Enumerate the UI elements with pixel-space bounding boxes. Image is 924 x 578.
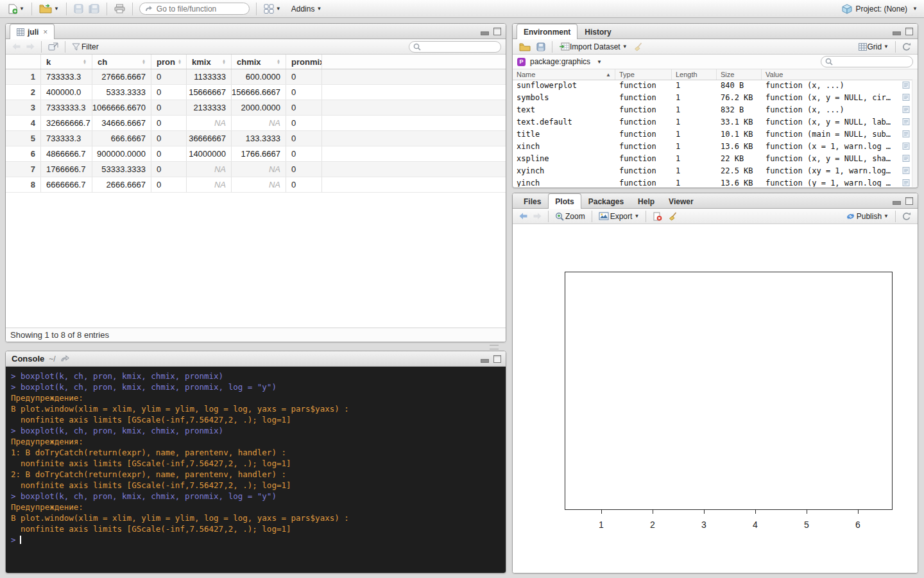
tab[interactable]: Packages bbox=[581, 194, 631, 208]
column-header-kmix[interactable]: kmix▲▼ bbox=[187, 55, 232, 69]
open-file-button[interactable]: ▼ bbox=[37, 2, 61, 16]
cell-pron: 0 bbox=[151, 146, 187, 161]
environment-object-row[interactable]: yinch function 1 13.6 KB function (y = 1… bbox=[513, 177, 912, 187]
refresh-plot-button[interactable] bbox=[900, 209, 913, 223]
env-header-size[interactable]: Size bbox=[717, 69, 762, 80]
save-all-button[interactable] bbox=[87, 2, 101, 16]
tab[interactable]: Plots bbox=[548, 193, 581, 209]
toolbar-separator bbox=[65, 41, 65, 53]
environment-object-row[interactable]: xyinch function 1 22.5 KB function (xy =… bbox=[513, 164, 912, 177]
table-row[interactable]: 8 6666666.7 2666.6667 0 NA NA 0 bbox=[6, 177, 506, 193]
maximize-icon[interactable] bbox=[905, 28, 913, 35]
console-line: > boxplot(k, ch, pron, kmix, chmix, pron… bbox=[11, 425, 506, 436]
forward-arrow-icon bbox=[26, 43, 35, 50]
workspace-panes-button[interactable]: ▼ bbox=[262, 2, 283, 16]
table-row[interactable]: 6 4866666.7 900000.0000 0 14000000 1766.… bbox=[6, 146, 506, 162]
env-header-type[interactable]: Type bbox=[615, 69, 672, 80]
minimize-icon[interactable] bbox=[893, 31, 901, 35]
environment-object-row[interactable]: text function 1 832 B function (x, ...) bbox=[513, 103, 912, 116]
console-prompt-line[interactable]: > bbox=[11, 534, 506, 545]
column-header-ch[interactable]: ch▲▼ bbox=[92, 55, 151, 69]
table-row[interactable]: 4 32666666.7 34666.6667 0 NA NA 0 bbox=[6, 116, 506, 131]
new-file-icon bbox=[8, 4, 17, 14]
addins-button[interactable]: Addins ▼ bbox=[288, 2, 324, 16]
minimize-icon[interactable] bbox=[481, 359, 489, 363]
maximize-icon[interactable] bbox=[493, 28, 501, 35]
project-selector[interactable]: Project: (None) ▼ bbox=[842, 4, 918, 14]
column-header-chmix[interactable]: chmix▲▼ bbox=[232, 55, 286, 69]
import-dataset-icon bbox=[559, 42, 570, 51]
print-button[interactable] bbox=[112, 2, 127, 16]
clear-plots-button[interactable] bbox=[666, 209, 680, 223]
forward-button[interactable] bbox=[24, 40, 37, 54]
back-button[interactable] bbox=[10, 40, 22, 54]
package-selector[interactable]: package:graphics bbox=[530, 57, 590, 66]
open-in-new-window-button[interactable] bbox=[46, 40, 60, 54]
save-button[interactable] bbox=[72, 2, 85, 16]
env-header-value[interactable]: Value bbox=[762, 69, 918, 80]
clear-workspace-button[interactable] bbox=[631, 40, 645, 54]
env-header-name[interactable]: Name▲ bbox=[513, 69, 615, 80]
tab-juli[interactable]: juli × bbox=[10, 24, 55, 39]
goto-file-input[interactable] bbox=[139, 3, 250, 15]
view-function-icon[interactable] bbox=[898, 105, 912, 114]
view-function-icon[interactable] bbox=[898, 142, 912, 150]
publish-button[interactable]: Publish ▼ bbox=[844, 209, 891, 223]
console-output[interactable]: > boxplot(k, ch, pron, kmix, chmix, pron… bbox=[6, 367, 506, 573]
table-row[interactable]: 2 400000.0 5333.3333 0 15666667 156666.6… bbox=[6, 85, 506, 100]
environment-object-row[interactable]: symbols function 1 76.2 KB function (x, … bbox=[513, 91, 912, 103]
pane-resize-handle[interactable] bbox=[490, 345, 499, 349]
scrollbar-track[interactable] bbox=[912, 79, 918, 187]
env-header-length[interactable]: Length bbox=[672, 69, 717, 80]
environment-object-row[interactable]: text.default function 1 33.1 KB function… bbox=[513, 116, 912, 128]
table-row[interactable]: 5 733333.3 666.6667 0 36666667 133.3333 … bbox=[6, 131, 506, 146]
tab[interactable]: Help bbox=[631, 194, 662, 208]
tab[interactable]: History bbox=[578, 24, 618, 39]
tab[interactable]: Files bbox=[517, 194, 548, 208]
tab[interactable]: Viewer bbox=[662, 194, 700, 208]
table-row[interactable]: 7 1766666.7 53333.3333 0 NA NA 0 bbox=[6, 162, 506, 177]
close-icon[interactable]: × bbox=[43, 26, 47, 39]
environment-search-input[interactable] bbox=[821, 56, 913, 67]
table-row[interactable]: 1 733333.3 27666.6667 0 1133333 600.0000… bbox=[6, 69, 506, 85]
object-value: function (x, ...) bbox=[762, 81, 898, 90]
filter-button[interactable]: Filter bbox=[70, 40, 101, 54]
remove-plot-button[interactable] bbox=[651, 209, 664, 223]
view-function-icon[interactable] bbox=[898, 118, 912, 126]
environment-object-row[interactable]: xspline function 1 22 KB function (x, y … bbox=[513, 152, 912, 164]
tab[interactable]: Environment bbox=[517, 24, 578, 39]
save-workspace-button[interactable] bbox=[535, 40, 547, 54]
view-function-icon[interactable] bbox=[898, 81, 912, 89]
new-file-button[interactable]: ▼ bbox=[6, 2, 26, 16]
minimize-icon[interactable] bbox=[893, 201, 901, 205]
maximize-icon[interactable] bbox=[493, 355, 501, 363]
view-function-icon[interactable] bbox=[898, 179, 912, 187]
environment-object-row[interactable]: xinch function 1 13.6 KB function (x = 1… bbox=[513, 140, 912, 152]
column-header-pron[interactable]: pron▲▼ bbox=[151, 55, 187, 69]
environment-object-row[interactable]: title function 1 10.1 KB function (main … bbox=[513, 128, 912, 140]
cell-pron: 0 bbox=[151, 100, 187, 115]
cell-chmix: 1766.6667 bbox=[232, 146, 286, 161]
next-plot-button[interactable] bbox=[531, 209, 543, 223]
grid-view-button[interactable]: Grid ▼ bbox=[857, 40, 891, 54]
table-search-input[interactable] bbox=[409, 41, 501, 53]
load-workspace-button[interactable] bbox=[517, 40, 533, 54]
environment-tabbar: Environment History bbox=[513, 24, 918, 39]
table-row[interactable]: 3 7333333.3 1066666.6670 0 2133333 2000.… bbox=[6, 100, 506, 116]
minimize-icon[interactable] bbox=[481, 31, 489, 35]
zoom-plot-button[interactable]: Zoom bbox=[553, 209, 587, 223]
export-plot-button[interactable]: Export ▼ bbox=[597, 209, 642, 223]
refresh-button[interactable] bbox=[900, 40, 913, 54]
view-function-icon[interactable] bbox=[898, 166, 912, 175]
environment-object-row[interactable]: sunflowerplot function 1 840 B function … bbox=[513, 79, 912, 91]
previous-plot-button[interactable] bbox=[517, 209, 529, 223]
import-dataset-button[interactable]: Import Dataset ▼ bbox=[557, 40, 629, 54]
maximize-icon[interactable] bbox=[905, 197, 913, 205]
popout-arrow-icon[interactable] bbox=[60, 355, 69, 362]
view-function-icon[interactable] bbox=[898, 130, 912, 138]
view-function-icon[interactable] bbox=[898, 93, 912, 101]
column-header-k[interactable]: k▲▼ bbox=[41, 55, 92, 69]
row-number-cell: 6 bbox=[6, 146, 41, 161]
column-header-pronmix[interactable]: pronmix▲▼ bbox=[286, 55, 322, 69]
view-function-icon[interactable] bbox=[898, 154, 912, 162]
